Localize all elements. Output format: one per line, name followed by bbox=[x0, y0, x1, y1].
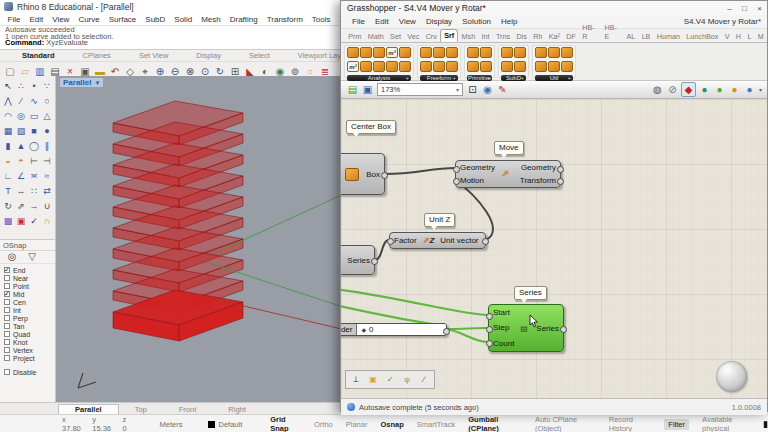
check-icon[interactable]: ✓ bbox=[28, 214, 41, 229]
flip-icon[interactable] bbox=[561, 47, 573, 58]
ellipse-icon[interactable]: ◎ bbox=[15, 109, 28, 124]
component-tab[interactable]: LB bbox=[638, 31, 653, 42]
menu-item[interactable]: Tools bbox=[307, 15, 335, 24]
brep-closest-point-icon[interactable] bbox=[373, 47, 385, 58]
shape-in-brep-icon[interactable] bbox=[399, 61, 411, 72]
input-nub[interactable] bbox=[453, 178, 460, 185]
array-icon[interactable]: ∷ bbox=[28, 184, 41, 199]
component-tab[interactable]: Srf bbox=[440, 29, 458, 42]
evaluate-surface-icon[interactable] bbox=[360, 47, 372, 58]
component-tab[interactable]: HB-E bbox=[601, 22, 623, 42]
deconstruct-box-icon[interactable] bbox=[386, 61, 398, 72]
loft-icon[interactable] bbox=[420, 61, 432, 72]
move-component[interactable]: Geometry Motion ↗ Geometry Transform bbox=[455, 160, 561, 188]
osnap-disable[interactable]: Disable bbox=[4, 368, 55, 376]
zoom-level-select[interactable]: 173% ▾ bbox=[377, 83, 463, 96]
preview-shaded-icon[interactable]: ◆ bbox=[681, 82, 696, 97]
viewport-tab[interactable]: Top bbox=[119, 405, 163, 414]
minimize-button[interactable]: – bbox=[722, 4, 737, 13]
boolean-difference-icon[interactable]: ◓ bbox=[15, 154, 28, 169]
component-tab[interactable]: Ka² bbox=[546, 31, 564, 42]
quality-low-icon[interactable]: ● bbox=[698, 83, 711, 96]
units-readout[interactable]: Meters bbox=[160, 420, 183, 429]
zoom-defaults-icon[interactable]: ⊡ bbox=[466, 83, 479, 96]
ribbon-group-label[interactable]: Freeform bbox=[420, 75, 458, 81]
subd-box-icon[interactable] bbox=[514, 47, 526, 58]
boundary-surfaces-icon[interactable] bbox=[480, 47, 492, 58]
sweep1-icon[interactable] bbox=[433, 47, 445, 58]
cylinder-icon[interactable]: ▮ bbox=[2, 139, 15, 154]
cone-icon[interactable]: ▲ bbox=[15, 139, 28, 154]
navigation-ball[interactable] bbox=[716, 361, 747, 392]
osnap-item[interactable]: End bbox=[4, 266, 55, 274]
subd-from-mesh-icon[interactable] bbox=[501, 47, 513, 58]
osnap-item[interactable]: Point bbox=[4, 282, 55, 290]
checkbox[interactable] bbox=[4, 347, 10, 353]
component-tab[interactable]: Crv bbox=[422, 31, 440, 42]
checkbox[interactable] bbox=[4, 315, 10, 321]
menu-item[interactable]: File bbox=[3, 15, 25, 24]
osnap-item[interactable]: Near bbox=[4, 274, 55, 282]
output-nub[interactable] bbox=[560, 326, 567, 333]
osnap-item[interactable]: Tan bbox=[4, 322, 55, 330]
brep-edges-icon[interactable] bbox=[373, 61, 385, 72]
series-component[interactable]: Start Step Count ▤ Series bbox=[488, 304, 564, 352]
multipipe-icon[interactable] bbox=[514, 61, 526, 72]
osnap-filter-icon[interactable]: ▽ bbox=[25, 250, 39, 265]
status-toggle[interactable]: Planar bbox=[346, 420, 368, 429]
cap-holes-icon[interactable] bbox=[535, 47, 547, 58]
menu-item[interactable]: View bbox=[394, 17, 421, 26]
grasshopper-title-bar[interactable]: Grasshopper - S4.V4 Mover y Rotar* – □ × bbox=[341, 1, 767, 15]
quality-medium-icon[interactable]: ● bbox=[713, 83, 726, 96]
output-nub[interactable] bbox=[482, 238, 489, 245]
status-toggle[interactable]: Available physical bbox=[702, 415, 753, 432]
pin-components-icon[interactable]: ⟂ bbox=[349, 372, 363, 387]
trim-icon[interactable]: ⊢ bbox=[28, 154, 41, 169]
series-input-step[interactable]: Step bbox=[489, 323, 518, 332]
number-slider[interactable]: Slider ◆ 0 bbox=[341, 323, 447, 336]
rectangle-icon[interactable]: ▭ bbox=[28, 109, 41, 124]
component-tab[interactable]: Trns bbox=[493, 31, 513, 42]
surface-corner-icon[interactable]: ▧ bbox=[15, 124, 28, 139]
sphere-icon[interactable] bbox=[467, 61, 479, 72]
input-nub[interactable] bbox=[486, 313, 493, 320]
current-layer[interactable]: Default bbox=[208, 420, 242, 429]
widgets-icon[interactable]: ψ bbox=[400, 372, 414, 387]
status-toggle[interactable]: Auto CPlane (Object) bbox=[535, 415, 596, 432]
viewport-title-menu[interactable]: Parallel ▼ bbox=[60, 78, 103, 87]
point-in-brep-icon[interactable] bbox=[360, 61, 372, 72]
status-toggle[interactable]: Record History bbox=[609, 415, 652, 432]
osnap-target-icon[interactable]: ◎ bbox=[5, 250, 19, 265]
component-tab[interactable]: HB-R bbox=[579, 22, 601, 42]
series-gray-component[interactable]: Series bbox=[341, 245, 375, 275]
point-icon[interactable]: • bbox=[28, 79, 41, 94]
split-icon[interactable]: ⊣ bbox=[41, 154, 54, 169]
quality-high-icon[interactable]: ● bbox=[728, 83, 741, 96]
control-points-icon[interactable]: ∴ bbox=[15, 79, 28, 94]
menu-item[interactable]: Surface bbox=[104, 15, 141, 24]
toolbar-tab[interactable]: Display bbox=[182, 51, 235, 61]
preview-off-icon[interactable]: ◍ bbox=[651, 83, 664, 96]
untrim-icon[interactable] bbox=[548, 47, 560, 58]
component-tab[interactable]: Vec bbox=[404, 31, 422, 42]
offset-surface-icon[interactable] bbox=[535, 61, 547, 72]
volume-icon[interactable]: m³ bbox=[386, 47, 398, 58]
circle-icon[interactable]: ○ bbox=[41, 94, 54, 109]
dimension-icon[interactable]: ↔ bbox=[15, 184, 28, 199]
status-toggle[interactable]: SmartTrack bbox=[417, 420, 455, 429]
osnap-item[interactable]: Cen bbox=[4, 298, 55, 306]
extrude-icon[interactable] bbox=[420, 47, 432, 58]
group-icon[interactable]: ∪ bbox=[41, 199, 54, 214]
input-nub[interactable] bbox=[387, 238, 394, 245]
input-nub[interactable] bbox=[486, 326, 493, 333]
checkbox[interactable] bbox=[4, 323, 10, 329]
text-icon[interactable]: T bbox=[2, 184, 15, 199]
menu-item[interactable]: Edit bbox=[25, 15, 48, 24]
osnap-item[interactable]: Project bbox=[4, 354, 55, 362]
osnap-item[interactable]: Vertex bbox=[4, 346, 55, 354]
panel-toggle-icon[interactable]: ▮ bbox=[763, 419, 768, 429]
checkbox[interactable] bbox=[4, 339, 10, 345]
slider-grip[interactable]: ◆ bbox=[361, 326, 366, 333]
output-nub[interactable] bbox=[371, 258, 378, 265]
component-tab[interactable]: Dis bbox=[513, 31, 530, 42]
